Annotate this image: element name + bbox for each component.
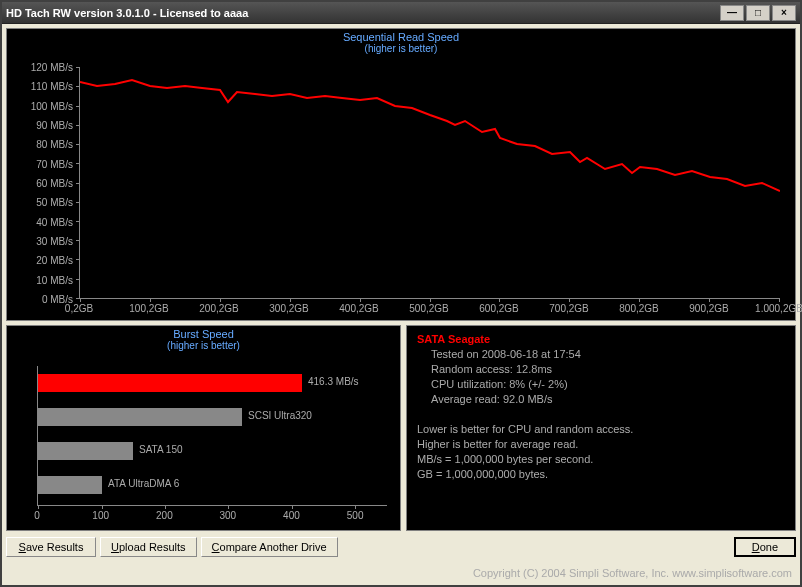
button-row: Save Results Upload Results Compare Anot… (6, 531, 796, 557)
drive-name: SATA Seagate (417, 332, 785, 347)
info-panel: SATA Seagate Tested on 2008-06-18 at 17:… (406, 325, 796, 531)
seq-chart-plot-area (79, 67, 779, 299)
info-note3: MB/s = 1,000,000 bytes per second. (417, 452, 785, 467)
burst-bar-this-drive (38, 374, 302, 392)
info-note1: Lower is better for CPU and random acces… (417, 422, 785, 437)
content-area: Sequential Read Speed (higher is better)… (2, 24, 800, 561)
upload-results-button[interactable]: Upload Results (100, 537, 197, 557)
info-cpu: CPU utilization: 8% (+/- 2%) (431, 377, 785, 392)
burst-chart-plot-area: 416.3 MB/s SCSI Ultra320 SATA 150 ATA Ul… (37, 366, 387, 506)
save-results-button[interactable]: Save Results (6, 537, 96, 557)
window-title: HD Tach RW version 3.0.1.0 - Licensed to… (6, 7, 718, 19)
maximize-button[interactable]: □ (746, 5, 770, 21)
close-button[interactable]: × (772, 5, 796, 21)
copyright: Copyright (C) 2004 Simpli Software, Inc.… (473, 566, 792, 581)
info-tested: Tested on 2008-06-18 at 17:54 (431, 347, 785, 362)
sequential-chart-panel: Sequential Read Speed (higher is better)… (6, 28, 796, 321)
seq-chart-subtitle: (higher is better) (7, 43, 795, 54)
info-note2: Higher is better for average read. (417, 437, 785, 452)
seq-chart-title: Sequential Read Speed (7, 29, 795, 43)
burst-bar-sata150 (38, 442, 133, 460)
seq-y-axis-labels: 0 MB/s 10 MB/s 20 MB/s 30 MB/s 40 MB/s 5… (7, 67, 75, 299)
burst-bar-scsi (38, 408, 242, 426)
info-note4: GB = 1,000,000,000 bytes. (417, 467, 785, 482)
burst-chart-subtitle: (higher is better) (7, 340, 400, 351)
burst-chart-title: Burst Speed (7, 326, 400, 340)
burst-chart-panel: Burst Speed (higher is better) 416.3 MB/… (6, 325, 401, 531)
minimize-button[interactable]: — (720, 5, 744, 21)
burst-bar-ata (38, 476, 102, 494)
titlebar[interactable]: HD Tach RW version 3.0.1.0 - Licensed to… (2, 2, 800, 24)
compare-drive-button[interactable]: Compare Another Drive (201, 537, 338, 557)
app-window: HD Tach RW version 3.0.1.0 - Licensed to… (0, 0, 802, 587)
info-avgread: Average read: 92.0 MB/s (431, 392, 785, 407)
seq-line-plot (80, 67, 780, 299)
done-button[interactable]: Done (734, 537, 796, 557)
info-random: Random access: 12.8ms (431, 362, 785, 377)
